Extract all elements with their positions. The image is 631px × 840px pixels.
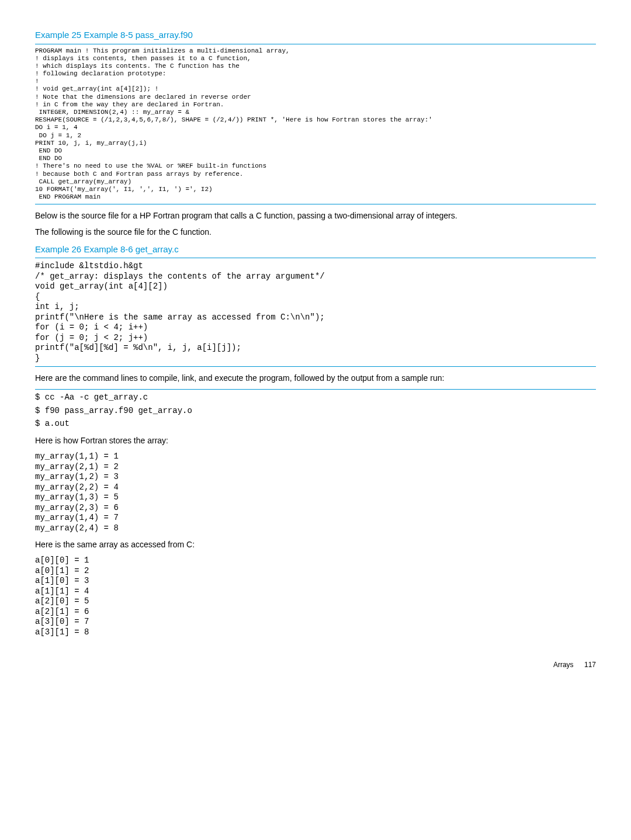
example-25-code: PROGRAM main ! This program initializes … bbox=[35, 47, 596, 202]
example-25-title: Example 25 Example 8-5 pass_array.f90 bbox=[35, 29, 596, 41]
example-26-title: Example 26 Example 8-6 get_array.c bbox=[35, 244, 596, 255]
divider bbox=[35, 258, 596, 258]
footer-section: Arrays bbox=[553, 661, 574, 669]
paragraph-1: Below is the source file for a HP Fortra… bbox=[35, 210, 596, 221]
c-output: a[0][0] = 1 a[0][1] = 2 a[1][0] = 3 a[1]… bbox=[35, 556, 596, 637]
output-heading-fortran: Here is how Fortran stores the array: bbox=[35, 435, 596, 446]
page-footer: Arrays 117 bbox=[35, 661, 596, 670]
divider bbox=[35, 366, 596, 367]
fortran-output: my_array(1,1) = 1 my_array(2,1) = 2 my_a… bbox=[35, 452, 596, 533]
paragraph-2: The following is the source file for the… bbox=[35, 227, 596, 237]
example-26-code: #include &ltstdio.h&gt /* get_array: dis… bbox=[35, 261, 596, 363]
divider bbox=[35, 389, 596, 390]
footer-page-number: 117 bbox=[584, 661, 596, 669]
command-line-2: $ f90 pass_array.f90 get_array.o bbox=[35, 406, 596, 416]
divider bbox=[35, 44, 596, 44]
output-heading-c: Here is the same array as accessed from … bbox=[35, 539, 596, 550]
paragraph-3: Here are the command lines to compile, l… bbox=[35, 373, 596, 383]
command-line-1: $ cc -Aa -c get_array.c bbox=[35, 393, 596, 403]
command-line-3: $ a.out bbox=[35, 419, 596, 429]
divider bbox=[35, 204, 596, 204]
